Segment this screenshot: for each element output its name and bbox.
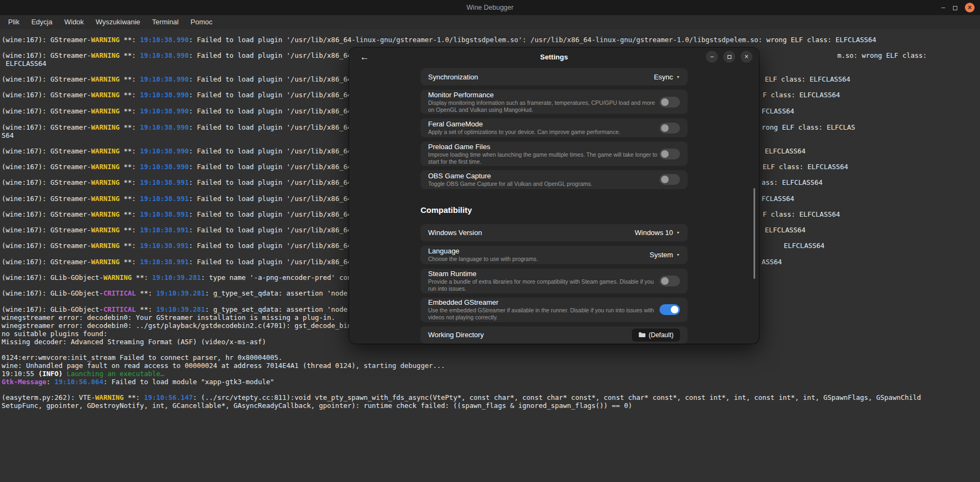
row-title: Working Directory — [428, 331, 484, 339]
terminal-line: (easyterm.py:262): VTE-WARNING **: 19:10… — [2, 393, 980, 401]
windows-version-dropdown[interactable]: Windows 10▼ — [635, 229, 680, 237]
settings-row-steam-runtime: Steam RuntimeProvide a bundle of extra l… — [421, 269, 688, 293]
row-text: Synchronization — [428, 73, 478, 81]
window-close-button[interactable]: × — [965, 3, 975, 12]
terminal-line-fragment: rong ELF class: ELFCLAS — [762, 123, 855, 131]
chevron-down-icon: ▼ — [676, 231, 680, 235]
terminal-line: wine: Unhandled page fault on read acces… — [2, 362, 980, 370]
monitor-performance-toggle[interactable] — [659, 97, 680, 108]
row-title: Windows Version — [428, 229, 482, 237]
window-controls: − × — [941, 0, 975, 15]
back-button[interactable]: ← — [356, 51, 374, 63]
synchronization-dropdown[interactable]: Esync▼ — [654, 73, 680, 81]
toggle-knob — [661, 176, 669, 183]
row-title: Steam Runtime — [428, 270, 659, 278]
feral-gamemode-toggle[interactable] — [659, 123, 680, 133]
terminal-line-fragment: FCLASS64 — [762, 107, 794, 115]
terminal-line: (wine:167): GStreamer-WARNING **: 19:10:… — [2, 36, 980, 44]
terminal-line-fragment: ass: ELFCLASS64 — [762, 178, 823, 186]
terminal-line-fragment: ELF class: ELFCLASS64 — [765, 75, 850, 83]
settings-row-language: LanguageChoose the language to use with … — [421, 246, 688, 264]
settings-row-obs-game-capture: OBS Game CaptureToggle OBS Game Capture … — [421, 170, 688, 189]
terminal-line: 19:10:55 (INFO) Launching an executable… — [2, 370, 980, 378]
dialog-minimize-button[interactable]: − — [706, 51, 718, 63]
terminal-line-fragment: ELFCLASS64 — [784, 242, 824, 250]
working-directory-button[interactable]: (Default) — [632, 329, 680, 342]
maximize-icon — [728, 55, 731, 59]
chevron-down-icon: ▼ — [676, 253, 680, 257]
toggle-knob — [661, 150, 669, 158]
row-title: Preload Game Files — [428, 143, 659, 151]
row-title: Feral GameMode — [428, 120, 620, 128]
toggle-knob — [661, 277, 669, 285]
settings-row-preload-game-files: Preload Game FilesImprove loading time w… — [421, 142, 688, 166]
settings-scrollbar[interactable] — [754, 188, 755, 279]
window-maximize-button[interactable] — [953, 4, 957, 11]
screen: Wine Debugger − × PlikEdycjaWidokWyszuki… — [0, 0, 980, 482]
toggle-knob — [661, 98, 669, 106]
settings-header: ← Settings − × — [349, 48, 759, 66]
row-title: Synchronization — [428, 73, 478, 81]
row-description: Choose the language to use with programs… — [428, 256, 538, 263]
terminal-line: Gtk-Message: 19:10:56.064: Failed to loa… — [2, 378, 980, 386]
row-description: Provide a bundle of extra libraries for … — [428, 278, 659, 292]
menu-widok[interactable]: Widok — [58, 15, 90, 29]
menu-bar: PlikEdycjaWidokWyszukiwanieTerminalPomoc — [0, 15, 980, 29]
row-text: LanguageChoose the language to use with … — [428, 247, 538, 263]
section-heading-compatibility: Compatibility — [421, 205, 688, 215]
row-title: Language — [428, 247, 538, 255]
steam-runtime-toggle[interactable] — [659, 276, 680, 286]
row-text: Working Directory — [428, 331, 484, 339]
menu-edycja[interactable]: Edycja — [25, 15, 58, 29]
terminal-line: 0124:err:wmvcore:init_stream Failed to c… — [2, 353, 980, 362]
row-text: Preload Game FilesImprove loading time w… — [428, 143, 659, 165]
folder-icon — [638, 332, 645, 338]
dialog-maximize-button[interactable] — [723, 51, 735, 63]
window-title: Wine Debugger — [466, 4, 514, 11]
row-title: Embedded GStreamer — [428, 298, 659, 306]
settings-dialog: ← Settings − × SynchronizationEsync▼Moni… — [349, 48, 759, 344]
settings-row-embedded-gstreamer: Embedded GStreamerUse the embedded GStre… — [421, 298, 688, 322]
embedded-gstreamer-toggle[interactable] — [659, 304, 680, 315]
minimize-icon: − — [941, 3, 945, 12]
close-icon: × — [968, 4, 971, 11]
row-text: OBS Game CaptureToggle OBS Game Capture … — [428, 172, 592, 188]
dropdown-value: Esync — [654, 73, 673, 81]
row-text: Monitor PerformanceDisplay monitoring in… — [428, 91, 659, 113]
row-text: Embedded GStreamerUse the embedded GStre… — [428, 298, 659, 321]
dropdown-value: Windows 10 — [635, 229, 673, 237]
close-icon: × — [744, 53, 748, 61]
row-title: Monitor Performance — [428, 91, 659, 99]
terminal-line-fragment: ELFCLASS64 — [765, 226, 805, 234]
row-description: Apply a set of optimizations to your dev… — [428, 129, 620, 136]
button-label: (Default) — [649, 331, 674, 339]
dialog-window-controls: − × — [706, 51, 752, 63]
obs-game-capture-toggle[interactable] — [659, 174, 680, 185]
preload-game-files-toggle[interactable] — [659, 149, 680, 159]
window-minimize-button[interactable]: − — [941, 4, 945, 11]
terminal-line-fragment: F class: ELFCLASS64 — [763, 91, 840, 99]
menu-terminal[interactable]: Terminal — [146, 15, 184, 29]
settings-row-working-directory: Working Directory(Default) — [421, 326, 688, 344]
settings-content: SynchronizationEsync▼Monitor Performance… — [421, 66, 688, 344]
minimize-icon: − — [710, 53, 714, 61]
toggle-knob — [671, 306, 678, 313]
chevron-down-icon: ▼ — [676, 75, 680, 79]
row-title: OBS Game Capture — [428, 172, 592, 180]
menu-plik[interactable]: Plik — [2, 15, 25, 29]
terminal-line-fragment: FCLASS64 — [762, 195, 794, 203]
row-description: Toggle OBS Game Capture for all Vulkan a… — [428, 180, 592, 188]
menu-wyszukiwanie[interactable]: Wyszukiwanie — [90, 15, 146, 29]
settings-row-monitor-performance: Monitor PerformanceDisplay monitoring in… — [421, 90, 688, 114]
terminal-line: SetupFunc, gpointer, GDestroyNotify, int… — [2, 401, 980, 410]
language-dropdown[interactable]: System▼ — [650, 251, 680, 259]
dialog-close-button[interactable]: × — [741, 51, 752, 63]
toggle-knob — [661, 124, 669, 132]
terminal-line-fragment: F class: ELFCLASS64 — [763, 210, 840, 218]
terminal-line-fragment: m.so: wrong ELF class: — [837, 51, 927, 59]
settings-row-feral-gamemode: Feral GameModeApply a set of optimizatio… — [421, 118, 688, 137]
window-titlebar: Wine Debugger − × — [0, 0, 980, 15]
row-text: Steam RuntimeProvide a bundle of extra l… — [428, 270, 659, 292]
row-description: Use the embedded GStreamer if available … — [428, 307, 659, 321]
menu-pomoc[interactable]: Pomoc — [184, 15, 218, 29]
